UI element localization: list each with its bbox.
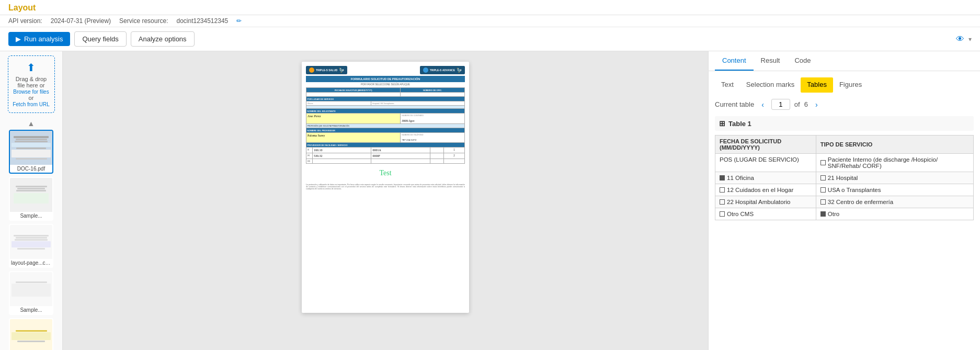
doc-thumb-3[interactable]: layout-page...ct.pdf	[9, 224, 53, 268]
doc-thumb-label-2: Sample...	[10, 212, 52, 220]
table-number-input[interactable]	[771, 99, 790, 110]
cell-otro: Otro	[816, 208, 973, 220]
logo-badge-left	[309, 67, 314, 73]
upload-zone[interactable]: ⬆ Drag & drop file here or Browse for fi…	[8, 55, 55, 113]
table-navigation: Current table ‹ of 6 ›	[715, 99, 974, 110]
service-resource-value: docint1234512345	[176, 17, 228, 25]
left-sidebar: ⬆ Drag & drop file here or Browse for fi…	[0, 51, 63, 350]
table-icon: ⊞	[719, 119, 725, 128]
sub-tab-selection-marks[interactable]: Selection marks	[740, 77, 801, 93]
tab-result[interactable]: Result	[754, 51, 788, 71]
app-container: Layout API version: 2024-07-31 (Preview)…	[0, 0, 980, 350]
doc-page: TRIPLE-S SALUD 🦤 TRIPLE-S ADVANCE 🦤 FORM…	[302, 62, 469, 313]
view-toggle-icon[interactable]: 👁	[956, 35, 964, 44]
toolbar: ▶ Run analysis Query fields Analyze opti…	[0, 27, 980, 51]
usa-text: USA o Transplantes	[828, 187, 881, 193]
main-content: ⬆ Drag & drop file here or Browse for fi…	[0, 51, 980, 350]
panel-tabs: Content Result Code	[709, 51, 980, 71]
logo-left: TRIPLE-S SALUD 🦤	[306, 66, 347, 74]
doc-thumb-5[interactable]: layout-financ...rt.jpg	[9, 318, 53, 350]
hospital-text: 21 Hospital	[828, 175, 858, 181]
doc-thumb-2[interactable]: Sample...	[9, 177, 53, 221]
checkbox-otro-checked	[821, 211, 826, 217]
table-prev-button[interactable]: ‹	[758, 99, 767, 110]
col-header-1: FECHA DE SOLICITUD (MM/DD/YYYY)	[715, 136, 816, 154]
cell-otro-cms: Otro CMS	[715, 208, 816, 220]
service-resource-label: Service resource:	[119, 17, 168, 25]
table-row-offices-2: 12 Cuidados en el Hogar USA o Transplant…	[715, 184, 974, 196]
analyze-options-button[interactable]: Analyze options	[131, 31, 195, 47]
tab-code[interactable]: Code	[787, 51, 818, 71]
doc-viewer: TRIPLE-S SALUD 🦤 TRIPLE-S ADVANCE 🦤 FORM…	[63, 51, 708, 350]
cell-11-oficina: 11 Oficina	[715, 172, 816, 184]
query-fields-button[interactable]: Query fields	[74, 31, 126, 47]
browse-link[interactable]: Browse for files	[13, 89, 49, 95]
checkbox-oficina-checked	[720, 175, 725, 180]
edit-icon[interactable]: ✏	[236, 17, 242, 25]
checkbox-hospital: 21 Hospital	[821, 175, 969, 181]
app-title: Layout	[8, 3, 36, 12]
app-header: Layout	[0, 0, 980, 15]
checkbox-oficina: 11 Oficina	[720, 175, 812, 181]
current-table-label: Current table	[715, 100, 754, 108]
cell-12-cuidados: 12 Cuidados en el Hogar	[715, 184, 816, 196]
panel-content: Text Selection marks Tables Figures Curr…	[709, 71, 980, 350]
drag-drop-text: Drag & drop file here or	[16, 76, 47, 88]
enfermeria-text: 32 Centro de enfermería	[828, 199, 893, 205]
logo-right: TRIPLE-S ADVANCE 🦤	[420, 66, 465, 74]
cell-usa-transplantes: USA o Transplantes	[816, 184, 973, 196]
table-total-separator: of	[794, 100, 800, 108]
cell-21-hospital: 21 Hospital	[816, 172, 973, 184]
cell-32-enfermeria: 32 Centro de enfermería	[816, 196, 973, 208]
doc-thumb-label-1: DOC-16.pdf	[10, 165, 52, 173]
view-toggle-chevron[interactable]: ▾	[968, 36, 972, 43]
test-handwritten: Test	[306, 165, 465, 182]
footnote: La protección y utilización de datos es …	[306, 184, 465, 190]
table-next-button[interactable]: ›	[812, 99, 821, 110]
otro-cms-text: Otro CMS	[727, 211, 754, 217]
form-title: FORMULARIO SOLICITUD DE PREAUTORIZACIÓN	[306, 76, 465, 82]
doc-thumb-label-4: Sample...	[10, 306, 52, 314]
api-version-label: API version:	[8, 17, 42, 25]
cuidados-text: 12 Cuidados en el Hogar	[727, 187, 793, 193]
checkbox-otro-cms: Otro CMS	[720, 211, 812, 217]
upload-icon: ⬆	[12, 61, 51, 74]
doc-thumb-img-2	[10, 178, 52, 212]
sub-tab-text[interactable]: Text	[715, 77, 740, 93]
tab-content[interactable]: Content	[715, 51, 754, 71]
paciente-interno: Paciente Interno (de discharge /Hospicio…	[816, 154, 973, 172]
checkbox-cuidados-unchecked	[720, 187, 725, 193]
checkbox-hospital-unchecked	[821, 175, 826, 180]
result-table: FECHA DE SOLICITUD (MM/DD/YYYY) TIPO DE …	[715, 135, 974, 220]
doc-thumb-img-5	[10, 319, 52, 350]
scroll-up-indicator[interactable]: ▲	[28, 119, 35, 128]
table-total: 6	[804, 100, 808, 108]
table-row-offices-3: 22 Hospital Ambulatorio 32 Centro de enf…	[715, 196, 974, 208]
doc-thumb-img-1	[10, 131, 52, 165]
checkbox-ambulatorio: 22 Hospital Ambulatorio	[720, 199, 812, 205]
sub-tab-figures[interactable]: Figures	[833, 77, 868, 93]
checkbox-usa-unchecked	[821, 187, 826, 193]
checkbox-otro-cms-unchecked	[720, 211, 725, 217]
form-subtitle: POR FAVOR SELECCIONE SEGÚN APLIQUE	[306, 83, 465, 86]
doc-thumb-img-4	[10, 272, 52, 306]
table-row-pos: POS (LUGAR DE SERVICIO) Paciente Interno…	[715, 154, 974, 172]
checkbox-ambulatorio-unchecked	[720, 199, 725, 205]
doc-thumb-4[interactable]: Sample...	[9, 271, 53, 315]
doc-thumb-1[interactable]: DOC-16.pdf	[9, 130, 53, 174]
doc-thumb-label-3: layout-page...ct.pdf	[10, 259, 52, 267]
col-header-2: TIPO DE SERVICIO	[816, 136, 973, 154]
api-bar: API version: 2024-07-31 (Preview) Servic…	[0, 15, 980, 27]
sub-tabs: Text Selection marks Tables Figures	[715, 77, 974, 93]
logo-badge-right	[423, 67, 428, 73]
form-logos: TRIPLE-S SALUD 🦤 TRIPLE-S ADVANCE 🦤	[306, 66, 465, 74]
result-section-table1: ⊞ Table 1 FECHA DE SOLICITUD (MM/DD/YYYY…	[715, 116, 974, 220]
sub-tab-tables[interactable]: Tables	[801, 77, 833, 93]
oficina-text: 11 Oficina	[727, 175, 754, 181]
checkbox-enfermeria: 32 Centro de enfermería	[821, 199, 969, 205]
checkbox-enfermeria-unchecked	[821, 199, 826, 205]
run-analysis-button[interactable]: ▶ Run analysis	[8, 32, 70, 46]
run-icon: ▶	[16, 35, 21, 43]
doc-page-content: TRIPLE-S SALUD 🦤 TRIPLE-S ADVANCE 🦤 FORM…	[302, 62, 469, 194]
fetch-link[interactable]: Fetch from URL	[13, 101, 50, 107]
